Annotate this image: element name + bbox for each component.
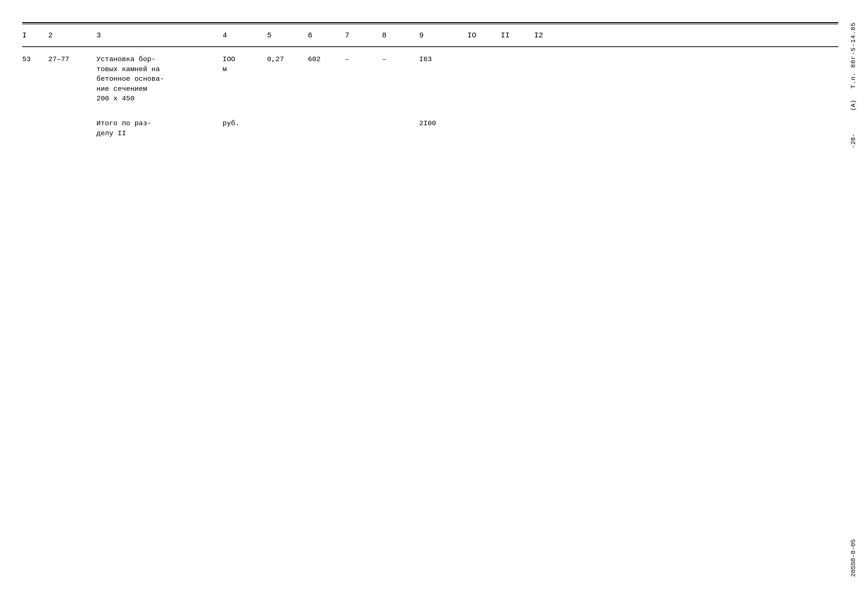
row53-col5: 0,27: [267, 54, 308, 65]
header-col-10: IO: [467, 31, 501, 40]
row53-col1: 53: [22, 54, 48, 65]
header-col-4: 4: [222, 31, 267, 40]
page-container: I 2 3 4 5 6 7 8 9: [0, 0, 868, 614]
header-col-9: 9: [419, 31, 467, 40]
row53-col3: Установка бор- товых камней на бетонное …: [96, 54, 222, 104]
total-row: Итого по раз- делу II руб. 2I00: [22, 107, 838, 142]
header-col-3: 3: [96, 31, 222, 40]
header-col-2: 2: [48, 31, 96, 40]
table-wrapper: I 2 3 4 5 6 7 8 9: [22, 22, 838, 142]
total-col3: Итого по раз- делу II: [96, 119, 222, 138]
side-label-document: Т.п. 80г-5-14.85: [850, 22, 857, 88]
header-col-6: 6: [308, 31, 345, 40]
header-col-12: I2: [534, 31, 568, 40]
data-row-53: 53 27–77 Установка бор- товых камней на …: [22, 47, 838, 107]
header-col-5: 5: [267, 31, 308, 40]
header-col-11: II: [501, 31, 534, 40]
header-col-1: I: [22, 31, 48, 40]
header-col-8: 8: [382, 31, 419, 40]
side-label-letter: (А): [850, 100, 857, 111]
row53-col2: 27–77: [48, 54, 96, 65]
row53-col8: –: [382, 54, 419, 65]
total-col4: руб.: [222, 119, 267, 129]
row53-col4: IOO м: [222, 54, 267, 74]
header-row: I 2 3 4 5 6 7 8 9: [22, 25, 838, 47]
header-col-7: 7: [345, 31, 382, 40]
total-col9: 2I00: [419, 119, 467, 129]
row53-col9: I63: [419, 54, 467, 65]
side-label-code: 20SS0-0-05: [850, 539, 857, 577]
top-border-thick: [22, 22, 838, 23]
row53-col7: –: [345, 54, 382, 65]
row53-col6: 602: [308, 54, 345, 65]
side-label-page: -28-: [850, 133, 857, 149]
